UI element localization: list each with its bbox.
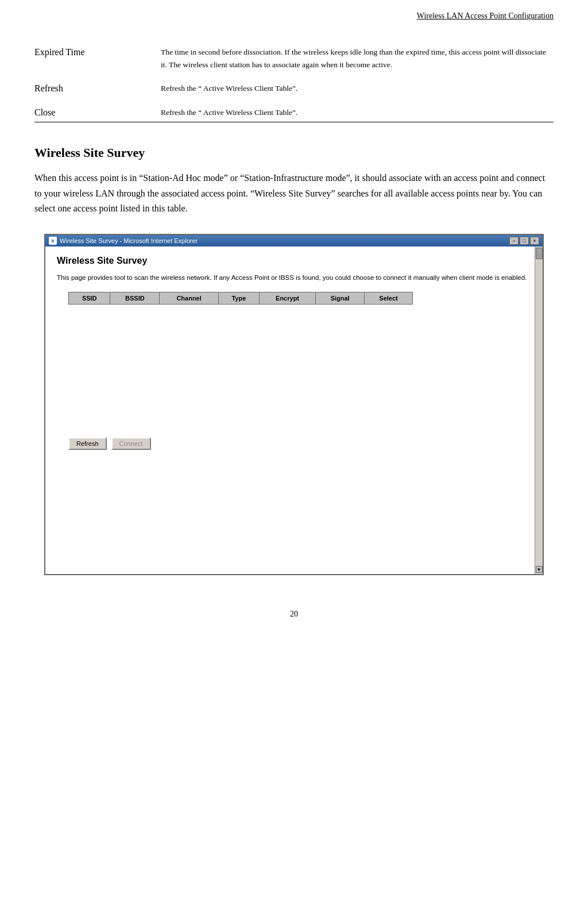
browser-controls[interactable]: − □ × [509,237,539,245]
col-signal: Signal [316,292,365,304]
page-footer: 20 [34,610,554,619]
page-number: 20 [290,610,298,618]
browser-titlebar-left: e Wireless Site Survey - Microsoft Inter… [49,237,198,245]
maximize-button[interactable]: □ [520,237,529,245]
section-body: When this access point is in “Station-Ad… [34,171,554,216]
definition-row-close: Close Refresh the “ Active Wireless Clie… [34,101,554,122]
survey-table: SSID BSSID Channel Type Encrypt Signal S… [68,292,413,431]
browser-title: Wireless Site Survey - Microsoft Interne… [60,237,198,244]
inner-page-desc: This page provides tool to scan the wire… [57,273,531,283]
page-header: Wireless LAN Access Point Configuration [34,11,554,23]
section-title: Wireless Site Survey [34,145,554,160]
col-bssid: BSSID [110,292,160,304]
close-button[interactable]: × [530,237,539,245]
ie-icon: e [49,237,57,245]
desc-close: Refresh the “ Active Wireless Client Tab… [161,101,554,122]
scrollbar-thumb[interactable] [536,248,543,259]
term-refresh: Refresh [34,76,161,101]
definition-row-expired-time: Expired Time The time in second before d… [34,40,554,76]
definition-row-refresh: Refresh Refresh the “ Active Wireless Cl… [34,76,554,101]
term-close: Close [34,101,161,122]
browser-scrollbar[interactable]: ▼ [535,246,543,575]
term-expired-time: Expired Time [34,40,161,76]
browser-titlebar: e Wireless Site Survey - Microsoft Inter… [45,235,543,246]
wireless-site-survey-section: Wireless Site Survey When this access po… [34,145,554,575]
col-encrypt: Encrypt [259,292,315,304]
browser-window: e Wireless Site Survey - Microsoft Inter… [44,234,544,576]
col-type: Type [218,292,259,304]
page-header-title: Wireless LAN Access Point Configuration [417,11,554,20]
col-ssid: SSID [69,292,110,304]
refresh-button[interactable]: Refresh [68,437,107,450]
col-channel: Channel [160,292,219,304]
survey-empty-area [69,304,413,430]
browser-content-area: Wireless Site Survey This page provides … [45,246,543,575]
connect-button[interactable]: Connect [111,437,151,450]
definition-table: Expired Time The time in second before d… [34,40,554,122]
survey-table-header-row: SSID BSSID Channel Type Encrypt Signal S… [69,292,413,304]
browser-content: Wireless Site Survey This page provides … [45,246,543,575]
content-spacer [57,450,531,565]
inner-page-title: Wireless Site Survey [57,256,531,266]
scrollbar-down-button[interactable]: ▼ [536,566,543,573]
desc-refresh: Refresh the “ Active Wireless Client Tab… [161,76,554,101]
col-select: Select [365,292,413,304]
minimize-button[interactable]: − [509,237,519,245]
action-buttons: Refresh Connect [68,437,531,450]
desc-expired-time: The time in second before dissociation. … [161,40,554,76]
